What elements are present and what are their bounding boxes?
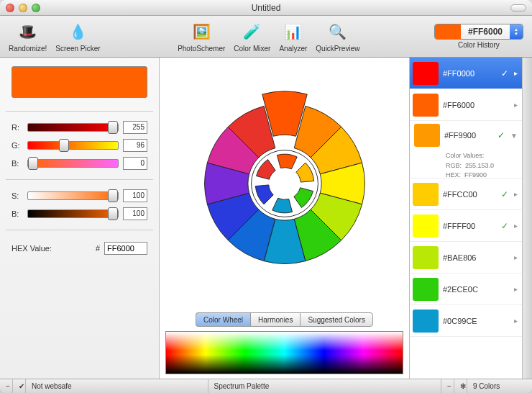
g-label: G: — [12, 141, 23, 150]
r-value[interactable]: 255 — [123, 121, 147, 134]
history-swatch — [413, 214, 439, 238]
history-hex: #FF0000 — [443, 69, 497, 78]
current-color-hex: #FF6000 — [461, 27, 510, 37]
history-swatch — [413, 246, 439, 269]
r-slider[interactable] — [27, 123, 119, 132]
s-slider[interactable] — [27, 191, 119, 200]
history-item[interactable]: #BAE806▸ — [410, 242, 522, 274]
spectrum-palette[interactable] — [165, 331, 403, 374]
tubes-icon: 🧪 — [241, 20, 264, 43]
history-hex: #BAE806 — [443, 253, 510, 262]
color-wheel[interactable] — [191, 90, 378, 277]
history-hex: #FFFF00 — [443, 222, 497, 230]
palette-name[interactable]: Spectrum Palette — [208, 379, 441, 393]
history-item[interactable]: #FFFF00✓▸ — [410, 210, 522, 242]
color-mixer-button[interactable]: 🧪 Color Mixer — [231, 19, 273, 54]
chevron-right-icon[interactable]: ▸ — [514, 285, 518, 293]
color-count: 9 Colors — [467, 379, 532, 393]
hex-hash: # — [96, 244, 100, 253]
b-value[interactable]: 0 — [123, 157, 147, 170]
check-icon: ✓ — [497, 130, 505, 140]
history-hex: #FF9900 — [444, 131, 493, 140]
b-label: B: — [12, 159, 23, 168]
hat-icon: 🎩 — [17, 20, 40, 43]
analyzer-button[interactable]: 📊 Analyzer — [276, 19, 310, 54]
chevron-right-icon[interactable]: ▸ — [514, 317, 518, 325]
chevron-right-icon[interactable]: ▸ — [514, 190, 518, 198]
history-item[interactable]: #FFCC00✓▸ — [410, 179, 522, 210]
history-swatch — [413, 183, 439, 206]
screen-picker-button[interactable]: 💧 Screen Picker — [52, 19, 103, 54]
history-hex: #2ECE0C — [443, 285, 510, 294]
s-label: S: — [12, 191, 23, 200]
tab-suggested[interactable]: Suggested Colors — [300, 312, 373, 327]
dropper-icon: 💧 — [66, 20, 89, 43]
check-icon: ✓ — [501, 189, 508, 199]
toolbar-toggle-button[interactable] — [510, 4, 526, 12]
b-slider[interactable] — [27, 159, 119, 168]
chevron-right-icon[interactable]: ▸ — [514, 101, 518, 109]
chevron-down-icon[interactable]: ▼ — [510, 132, 518, 140]
history-swatch — [413, 62, 439, 85]
stepper-arrows-icon[interactable] — [510, 24, 523, 39]
g-slider[interactable] — [27, 141, 119, 150]
minimize-button[interactable] — [19, 4, 27, 12]
tab-harmonies[interactable]: Harmonies — [250, 312, 300, 327]
history-swatch — [413, 278, 439, 301]
current-color-swatch — [435, 24, 461, 39]
magnifier-icon: 🔍 — [326, 20, 349, 43]
r-label: R: — [12, 123, 23, 132]
chevron-right-icon[interactable]: ▸ — [514, 253, 518, 261]
status-check-button[interactable]: ✔ — [13, 379, 26, 393]
color-history-list[interactable]: #FF0000✓▸#FF6000▸#FF9900✓▼Color Values:R… — [410, 58, 522, 379]
history-hex: #FF6000 — [443, 101, 510, 109]
chevron-right-icon[interactable]: ▸ — [514, 69, 518, 77]
scrollbar[interactable] — [522, 58, 532, 379]
brightness-label: B: — [12, 209, 23, 218]
history-hex: #FFCC00 — [443, 190, 497, 199]
chevron-right-icon[interactable]: ▸ — [514, 222, 518, 230]
window-title: Untitled — [252, 3, 281, 13]
websafe-status: Not websafe — [26, 379, 208, 393]
history-item[interactable]: #FF9900✓▼Color Values:RGB: 255.153.0HEX:… — [410, 121, 522, 179]
tab-color-wheel[interactable]: Color Wheel — [196, 312, 250, 327]
s-value[interactable]: 100 — [123, 189, 147, 202]
history-swatch — [413, 310, 439, 333]
check-icon: ✓ — [501, 221, 508, 231]
color-history-label: Color History — [458, 41, 500, 49]
color-details: Color Values:RGB: 255.153.0HEX: FF9900 — [414, 151, 494, 181]
current-color-dropdown[interactable]: #FF6000 — [434, 24, 523, 40]
history-item[interactable]: #FF0000✓▸ — [410, 58, 522, 89]
randomize-button[interactable]: 🎩 Randomize! — [6, 19, 50, 54]
brightness-value[interactable]: 100 — [123, 207, 147, 220]
history-minus-button[interactable]: − — [441, 379, 454, 393]
quickpreview-button[interactable]: 🔍 QuickPreview — [313, 19, 362, 54]
hex-label: HEX Value: — [12, 244, 91, 253]
history-item[interactable]: #FF6000▸ — [410, 89, 522, 121]
g-value[interactable]: 96 — [123, 139, 147, 152]
photoschemer-button[interactable]: 🖼️ PhotoSchemer — [175, 19, 228, 54]
check-icon: ✓ — [501, 68, 508, 78]
history-item[interactable]: #0C99CE▸ — [410, 305, 522, 337]
chart-icon: 📊 — [282, 20, 305, 43]
history-swatch — [413, 94, 439, 117]
history-swatch — [414, 124, 440, 147]
brightness-slider[interactable] — [27, 209, 119, 218]
hex-input[interactable] — [104, 242, 147, 255]
zoom-button[interactable] — [32, 4, 40, 12]
photo-icon: 🖼️ — [190, 20, 213, 43]
history-hex: #0C99CE — [443, 317, 510, 325]
history-item[interactable]: #2ECE0C▸ — [410, 274, 522, 305]
status-minus-button[interactable]: − — [0, 379, 13, 393]
main-swatch — [12, 66, 147, 98]
close-button[interactable] — [6, 4, 14, 12]
history-gear-button[interactable]: ✻ — [454, 379, 467, 393]
